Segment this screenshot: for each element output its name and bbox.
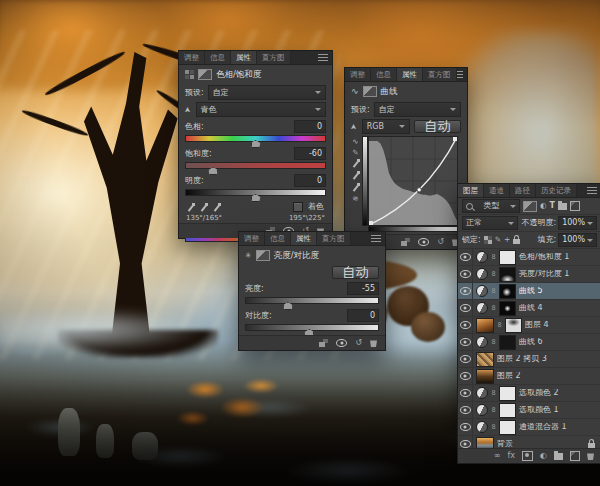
auto-button[interactable]: 自动 <box>332 266 379 279</box>
saturation-slider[interactable] <box>185 160 326 171</box>
tab-1[interactable]: 信息 <box>265 232 291 245</box>
visibility-eye-icon[interactable] <box>458 334 473 350</box>
new-adjustment-layer-icon[interactable]: ◐ <box>540 452 547 460</box>
channel-dropdown[interactable]: RGB <box>362 119 411 134</box>
reset-icon[interactable]: ↺ <box>437 238 444 246</box>
layer-row[interactable]: 8曲线 6 <box>458 334 600 351</box>
tab-2[interactable]: 路径 <box>510 184 536 197</box>
eyedropper-plus-icon[interactable] <box>200 203 208 212</box>
panel-menu-icon[interactable] <box>587 187 597 194</box>
hue-slider[interactable] <box>185 133 326 144</box>
reset-icon[interactable]: ↺ <box>355 339 362 347</box>
tab-3[interactable]: 直方图 <box>317 232 351 245</box>
layer-row[interactable]: 8色相/饱和度 1 <box>458 249 600 266</box>
tab-1[interactable]: 信息 <box>205 51 231 64</box>
lock-position-icon[interactable]: + <box>504 236 510 244</box>
visibility-eye-icon[interactable] <box>336 339 347 347</box>
tab-0[interactable]: 调整 <box>345 68 371 81</box>
filter-group-layers-icon[interactable] <box>558 203 567 210</box>
visibility-eye-icon[interactable] <box>458 436 473 448</box>
filter-pixel-layers-icon[interactable] <box>523 201 537 212</box>
layer-row[interactable]: 背景 <box>458 436 600 448</box>
tab-1[interactable]: 通道 <box>484 184 510 197</box>
layer-row[interactable]: 8通道混合器 1 <box>458 419 600 436</box>
layer-row[interactable]: 8选取颜色 2 <box>458 385 600 402</box>
tab-0[interactable]: 调整 <box>179 51 205 64</box>
panel-menu-icon[interactable] <box>457 71 464 78</box>
preset-dropdown[interactable]: 自定 <box>208 85 326 100</box>
visibility-eye-icon[interactable] <box>458 419 473 435</box>
visibility-eye-icon[interactable] <box>458 402 473 418</box>
layer-thumbnail[interactable] <box>476 318 494 333</box>
brightness-value[interactable]: -55 <box>347 282 379 295</box>
lock-pixels-icon[interactable]: ✎ <box>495 236 501 244</box>
colorize-checkbox[interactable] <box>293 202 303 212</box>
tab-1[interactable]: 信息 <box>371 68 397 81</box>
visibility-eye-icon[interactable] <box>458 300 473 316</box>
visibility-eye-icon[interactable] <box>418 238 429 246</box>
curve-plot[interactable] <box>362 136 463 232</box>
tab-0[interactable]: 图层 <box>458 184 484 197</box>
saturation-value[interactable]: -60 <box>294 147 326 160</box>
eyedropper-icon[interactable] <box>187 203 195 212</box>
fill-value[interactable]: 100% <box>558 233 597 247</box>
clip-adjustment-icon[interactable] <box>401 238 410 246</box>
new-layer-icon[interactable] <box>570 451 580 461</box>
lightness-value[interactable]: 0 <box>294 174 326 187</box>
delete-layer-icon[interactable] <box>587 452 594 460</box>
layer-mask-thumbnail[interactable] <box>499 335 516 350</box>
visibility-eye-icon[interactable] <box>458 351 473 367</box>
auto-button[interactable]: 自动 <box>414 120 461 133</box>
clip-adjustment-icon[interactable] <box>319 339 328 347</box>
blend-mode-dropdown[interactable]: 正常 <box>462 216 518 230</box>
visibility-eye-icon[interactable] <box>458 283 473 299</box>
tab-3[interactable]: 直方图 <box>423 68 457 81</box>
layer-row[interactable]: 8图层 4 <box>458 317 600 334</box>
layer-mask-thumbnail[interactable] <box>499 267 516 282</box>
layer-mask-thumbnail[interactable] <box>499 420 516 435</box>
smooth-icon[interactable]: ≋ <box>352 195 358 203</box>
layer-mask-thumbnail[interactable] <box>505 318 522 333</box>
channel-dropdown[interactable]: 青色 <box>196 102 326 117</box>
filter-adjustment-layers-icon[interactable]: ◐ <box>540 202 547 210</box>
layer-style-fx-icon[interactable]: fx <box>507 452 515 460</box>
brightness-slider[interactable] <box>245 295 379 306</box>
tab-2[interactable]: 属性 <box>291 232 317 245</box>
gray-point-eyedropper-icon[interactable] <box>352 171 360 180</box>
layer-thumbnail[interactable] <box>476 437 494 449</box>
visibility-eye-icon[interactable] <box>458 368 473 384</box>
eyedropper-minus-icon[interactable] <box>213 203 221 212</box>
targeted-adjust-icon[interactable]: ➤ <box>184 106 192 113</box>
black-point-eyedropper-icon[interactable] <box>352 159 360 168</box>
lightness-slider[interactable] <box>185 187 326 198</box>
layer-row[interactable]: 8曲线 5 <box>458 283 600 300</box>
layer-thumbnail[interactable] <box>476 352 494 367</box>
white-point-eyedropper-icon[interactable] <box>352 183 360 192</box>
layer-row[interactable]: 8亮度/对比度 1 <box>458 266 600 283</box>
lock-all-icon[interactable] <box>513 239 520 244</box>
pencil-icon[interactable]: ✎ <box>352 149 358 157</box>
tab-2[interactable]: 属性 <box>397 68 423 81</box>
edit-points-icon[interactable]: ∿ <box>352 138 358 146</box>
new-group-icon[interactable] <box>554 453 563 460</box>
hue-value[interactable]: 0 <box>294 120 326 133</box>
visibility-eye-icon[interactable] <box>458 266 473 282</box>
targeted-adjust-icon[interactable]: ➤ <box>350 123 358 130</box>
lock-transparency-icon[interactable] <box>484 236 492 244</box>
tab-2[interactable]: 属性 <box>231 51 257 64</box>
layer-mask-thumbnail[interactable] <box>499 250 516 265</box>
layer-mask-thumbnail[interactable] <box>499 403 516 418</box>
layer-mask-thumbnail[interactable] <box>499 284 516 299</box>
visibility-eye-icon[interactable] <box>458 249 473 265</box>
contrast-slider[interactable] <box>245 322 379 333</box>
visibility-eye-icon[interactable] <box>458 385 473 401</box>
filter-type-layers-icon[interactable]: T <box>550 202 555 210</box>
layer-row[interactable]: 8选取颜色 1 <box>458 402 600 419</box>
tab-0[interactable]: 调整 <box>239 232 265 245</box>
panel-menu-icon[interactable] <box>371 235 381 242</box>
layer-row[interactable]: 图层 2 <box>458 368 600 385</box>
layer-mask-thumbnail[interactable] <box>499 386 516 401</box>
layer-mask-thumbnail[interactable] <box>499 301 516 316</box>
visibility-eye-icon[interactable] <box>458 317 473 333</box>
contrast-value[interactable]: 0 <box>347 309 379 322</box>
